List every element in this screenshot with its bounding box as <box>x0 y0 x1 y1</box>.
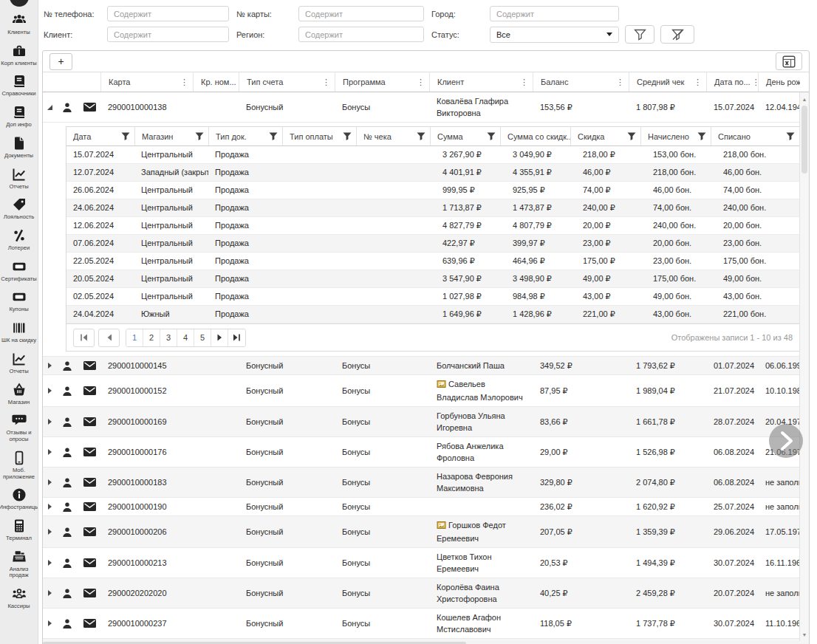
sidebar-item-ticket2[interactable]: Купоны <box>0 285 38 316</box>
filter-funnel-icon[interactable] <box>195 132 204 141</box>
scroll-down-arrow-icon[interactable]: ▼ <box>800 629 809 640</box>
detail-column-header[interactable]: Сумма <box>430 127 500 145</box>
filter-funnel-icon[interactable] <box>786 132 795 141</box>
sidebar-item-barcode[interactable]: ШК на скидку <box>0 316 38 347</box>
expand-row-icon[interactable] <box>48 479 52 485</box>
pager-page-5[interactable]: 5 <box>194 329 211 346</box>
horizontal-scrollbar[interactable] <box>43 641 799 644</box>
sidebar-item-tag[interactable]: Лояльность <box>0 193 38 224</box>
filter-funnel-icon[interactable] <box>487 132 496 141</box>
collapse-row-icon[interactable] <box>47 105 52 110</box>
sidebar-item-cashiers[interactable]: Кассиры <box>0 582 38 613</box>
sidebar-item-chat[interactable]: Отзывы и опросы <box>0 408 38 445</box>
column-header-1[interactable]: Карта⋮ <box>100 72 193 92</box>
column-header-6[interactable]: Баланс⋮ <box>533 72 629 92</box>
open-client-button[interactable] <box>56 617 78 631</box>
excel-export-button[interactable] <box>776 52 802 70</box>
card-filter-input[interactable] <box>298 6 424 21</box>
column-menu-icon[interactable]: ⋮ <box>751 78 758 87</box>
column-menu-icon[interactable]: ⋮ <box>321 78 332 87</box>
filter-funnel-icon[interactable] <box>417 132 425 141</box>
send-message-button[interactable] <box>78 617 100 629</box>
open-client-button[interactable] <box>56 415 78 429</box>
send-message-button[interactable] <box>78 476 100 488</box>
column-header-7[interactable]: Средний чек⋮ <box>629 72 706 92</box>
column-header-4[interactable]: Программа⋮ <box>335 72 429 92</box>
column-menu-icon[interactable]: ⋮ <box>692 78 703 87</box>
column-menu-icon[interactable]: ⋮ <box>615 78 626 87</box>
phone-filter-input[interactable] <box>107 6 229 21</box>
column-menu-icon[interactable]: ⋮ <box>519 78 530 87</box>
pager-first-button[interactable] <box>73 329 95 347</box>
client-filter-input[interactable] <box>107 27 229 42</box>
pager-page-4[interactable]: 4 <box>177 329 194 346</box>
detail-column-header[interactable]: Дата <box>66 127 134 145</box>
avatar[interactable] <box>10 0 29 7</box>
pager-last-button[interactable] <box>228 329 245 346</box>
status-select[interactable]: Все <box>490 27 619 43</box>
detail-column-header[interactable]: Сумма со скидк... <box>500 127 570 145</box>
detail-column-header[interactable]: Тип оплаты <box>282 127 356 145</box>
open-client-button[interactable] <box>56 525 78 539</box>
scroll-right-chevron-button[interactable] <box>769 424 803 458</box>
send-message-button[interactable] <box>78 526 100 538</box>
pager-page-2[interactable]: 2 <box>143 329 160 346</box>
send-message-button[interactable] <box>78 416 100 428</box>
add-card-button[interactable]: + <box>49 53 72 70</box>
sidebar-item-line-chart[interactable]: Отчеты <box>0 162 38 193</box>
expand-row-icon[interactable] <box>48 504 52 510</box>
open-client-button[interactable] <box>56 500 78 514</box>
detail-column-header[interactable]: Магазин <box>134 127 208 145</box>
detail-column-header[interactable]: Начислено <box>640 127 711 145</box>
open-client-button[interactable] <box>56 359 78 373</box>
filter-funnel-icon[interactable] <box>121 132 130 141</box>
sidebar-item-percent[interactable]: Лотереи <box>0 224 38 255</box>
expand-row-icon[interactable] <box>48 419 52 425</box>
send-message-button[interactable] <box>78 101 100 113</box>
expand-row-icon[interactable] <box>48 529 52 535</box>
sidebar-item-smartphone[interactable]: Моб. приложение <box>0 446 38 483</box>
sidebar-item-cash-register[interactable]: Анализ продаж <box>0 545 38 582</box>
filter-funnel-icon[interactable] <box>343 132 352 141</box>
send-message-button[interactable] <box>78 446 100 458</box>
sidebar-item-line-chart2[interactable]: Отчеты <box>0 347 38 378</box>
expand-row-icon[interactable] <box>48 449 52 455</box>
open-client-button[interactable] <box>56 445 78 459</box>
send-message-button[interactable] <box>78 587 100 599</box>
open-client-button[interactable] <box>56 476 78 490</box>
pager-page-3[interactable]: 3 <box>160 329 177 346</box>
sidebar-item-basket[interactable]: Магазин <box>0 378 38 409</box>
detail-column-header[interactable]: № чека <box>356 127 430 145</box>
open-client-button[interactable] <box>56 556 78 570</box>
send-message-button[interactable] <box>78 557 100 569</box>
open-client-button[interactable] <box>56 586 78 600</box>
detail-column-header[interactable]: Списано <box>711 127 799 145</box>
column-header-2[interactable]: Кр. ном...⋮ <box>193 72 239 92</box>
column-menu-icon[interactable]: ⋮ <box>415 78 426 87</box>
clear-filter-button[interactable] <box>660 25 694 44</box>
sidebar-item-people[interactable]: Клиенты <box>0 8 38 39</box>
expand-row-icon[interactable] <box>48 620 52 626</box>
sidebar-item-calculator[interactable]: Терминал <box>0 514 38 545</box>
sidebar-item-info[interactable]: Инфостраницы <box>0 483 38 514</box>
open-client-button[interactable] <box>56 384 78 398</box>
region-filter-input[interactable] <box>298 27 424 42</box>
detail-column-header[interactable]: Тип док. <box>208 127 282 145</box>
expand-row-icon[interactable] <box>48 560 52 566</box>
sidebar-item-ticket[interactable]: Сертификаты <box>0 255 38 286</box>
city-filter-input[interactable] <box>490 6 619 21</box>
filter-funnel-icon[interactable] <box>697 132 706 141</box>
send-message-button[interactable] <box>78 385 100 397</box>
column-header-8[interactable]: Дата по...⋮ <box>706 72 758 92</box>
column-menu-icon[interactable]: ⋮ <box>179 78 190 87</box>
send-message-button[interactable] <box>78 501 100 513</box>
sidebar-item-document[interactable]: Документы <box>0 131 38 162</box>
column-header-5[interactable]: Клиент⋮ <box>429 72 533 92</box>
sidebar-item-book[interactable]: Справочники <box>0 69 38 100</box>
pager-page-1[interactable]: 1 <box>126 329 143 346</box>
filter-funnel-icon[interactable] <box>627 132 636 141</box>
detail-column-header[interactable]: Скидка <box>570 127 640 145</box>
apply-filter-button[interactable] <box>625 25 654 44</box>
expand-row-icon[interactable] <box>48 388 52 394</box>
column-header-9[interactable]: День рож <box>758 72 800 92</box>
